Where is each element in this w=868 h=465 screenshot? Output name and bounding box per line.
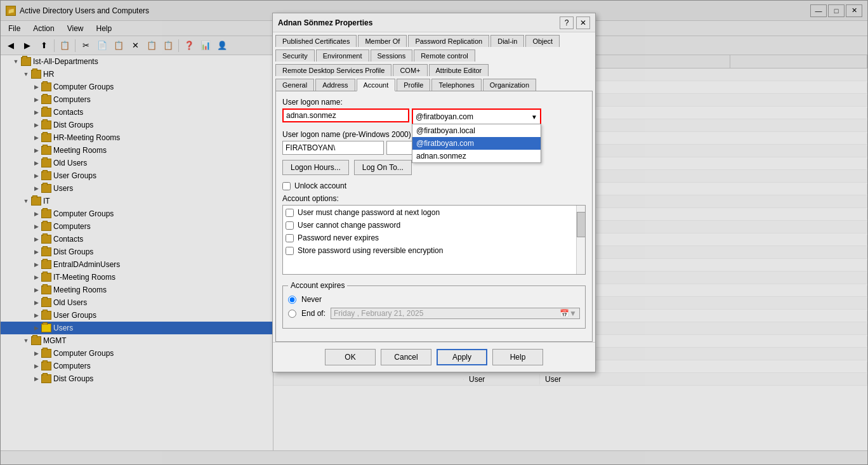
scrollbar-thumb[interactable] bbox=[577, 212, 586, 237]
unlock-account-checkbox[interactable] bbox=[282, 182, 291, 190]
expires-date-value: Friday , February 21, 2025 bbox=[334, 309, 423, 318]
tab-com-plus[interactable]: COM+ bbox=[393, 64, 427, 76]
scrollbar-track[interactable] bbox=[576, 206, 585, 274]
properties-dialog: Adnan Sönmez Properties ? ✕ Published Ce… bbox=[272, 13, 596, 372]
apply-button[interactable]: Apply bbox=[437, 349, 487, 365]
expires-endof-row: End of: Friday , February 21, 2025 📅▼ bbox=[288, 308, 580, 319]
help-button[interactable]: Help bbox=[492, 349, 543, 365]
unlock-account-label: Unlock account bbox=[294, 181, 346, 190]
opt-change-pw-row: User must change password at next logon bbox=[286, 208, 582, 217]
account-options-box[interactable]: User must change password at next logon … bbox=[282, 205, 586, 275]
account-expires-fieldset: Account expires Never End of: Friday , F… bbox=[282, 281, 586, 329]
dialog-help-icon[interactable]: ? bbox=[560, 16, 574, 29]
tabs-row-1: Published Certificates Member Of Passwor… bbox=[273, 32, 595, 47]
opt-pw-never-expires-checkbox[interactable] bbox=[286, 234, 294, 242]
account-options-label: Account options: bbox=[282, 194, 586, 203]
tab-profile[interactable]: Profile bbox=[397, 79, 430, 91]
user-logon-row: @firatboyan.com ▼ @firatboyan.local @fir… bbox=[282, 108, 586, 125]
tab-sessions[interactable]: Sessions bbox=[371, 49, 413, 62]
expires-endof-label: End of: bbox=[301, 309, 326, 318]
opt-store-pw-row: Store password using reversible encrypti… bbox=[286, 246, 582, 255]
tab-security[interactable]: Security bbox=[275, 49, 315, 62]
tab-telephones[interactable]: Telephones bbox=[431, 79, 481, 91]
tab-organization[interactable]: Organization bbox=[483, 79, 536, 91]
user-logon-input[interactable] bbox=[282, 108, 409, 122]
tab-account[interactable]: Account bbox=[357, 79, 396, 91]
tabs-row-3: Remote Desktop Services Profile COM+ Att… bbox=[273, 62, 595, 76]
tab-attribute-editor[interactable]: Attribute Editor bbox=[429, 64, 489, 76]
tab-environment[interactable]: Environment bbox=[316, 49, 369, 62]
dropdown-option-com[interactable]: @firatboyan.com bbox=[412, 137, 541, 150]
expires-never-label: Never bbox=[301, 295, 322, 304]
opt-pw-never-expires-row: Password never expires bbox=[286, 233, 582, 242]
tab-remote-desktop[interactable]: Remote Desktop Services Profile bbox=[275, 64, 391, 76]
tab-member-of[interactable]: Member Of bbox=[358, 35, 407, 47]
dialog-overlay: Adnan Sönmez Properties ? ✕ Published Ce… bbox=[0, 0, 868, 465]
log-on-to-button[interactable]: Log On To... bbox=[354, 160, 412, 175]
dropdown-option-local[interactable]: @firatboyan.local bbox=[412, 124, 541, 137]
logon-hours-button[interactable]: Logon Hours... bbox=[282, 160, 349, 175]
tabs-row-4: General Address Account Profile Telephon… bbox=[273, 76, 595, 91]
opt-pw-never-expires-label: Password never expires bbox=[298, 233, 379, 242]
tab-published-certs[interactable]: Published Certificates bbox=[275, 35, 357, 47]
dialog-close-button[interactable]: ✕ bbox=[576, 16, 590, 29]
dialog-title-controls: ? ✕ bbox=[560, 16, 590, 29]
tab-address[interactable]: Address bbox=[315, 79, 355, 91]
domain-dropdown-list: @firatboyan.local @firatboyan.com adnan.… bbox=[412, 124, 541, 163]
domain-dropdown-value: @firatboyan.com bbox=[416, 112, 473, 121]
dropdown-option-adnan[interactable]: adnan.sonmez bbox=[412, 150, 541, 162]
unlock-account-row: Unlock account bbox=[282, 181, 586, 190]
dropdown-arrow-icon: ▼ bbox=[531, 114, 537, 121]
opt-store-pw-label: Store password using reversible encrypti… bbox=[298, 246, 443, 255]
user-logon-label: User logon name: bbox=[282, 98, 586, 107]
opt-change-pw-label: User must change password at next logon bbox=[298, 208, 440, 217]
tab-remote-control[interactable]: Remote control bbox=[414, 49, 475, 62]
tab-general[interactable]: General bbox=[275, 79, 314, 91]
opt-store-pw-checkbox[interactable] bbox=[286, 247, 294, 255]
cancel-button[interactable]: Cancel bbox=[381, 349, 431, 365]
opt-change-pw-checkbox[interactable] bbox=[286, 209, 294, 217]
tabs-container: Published Certificates Member Of Passwor… bbox=[273, 32, 595, 91]
date-picker-icon[interactable]: 📅▼ bbox=[560, 309, 577, 318]
tab-dial-in[interactable]: Dial-in bbox=[490, 35, 524, 47]
tab-object[interactable]: Object bbox=[525, 35, 560, 47]
ok-button[interactable]: OK bbox=[325, 349, 376, 365]
account-expires-legend: Account expires bbox=[288, 281, 347, 290]
pre-win-domain-input[interactable] bbox=[282, 141, 384, 155]
opt-cannot-change-pw-label: User cannot change password bbox=[298, 221, 400, 230]
dialog-title-text: Adnan Sönmez Properties bbox=[278, 18, 372, 27]
tab-password-replication[interactable]: Password Replication bbox=[408, 35, 489, 47]
expires-never-row: Never bbox=[288, 295, 580, 304]
domain-dropdown[interactable]: @firatboyan.com ▼ @firatboyan.local @fir… bbox=[412, 108, 541, 125]
tabs-row-2: Security Environment Sessions Remote con… bbox=[273, 47, 595, 62]
domain-dropdown-button[interactable]: @firatboyan.com ▼ bbox=[413, 110, 540, 124]
opt-cannot-change-pw-checkbox[interactable] bbox=[286, 221, 294, 230]
dialog-buttons: OK Cancel Apply Help bbox=[273, 342, 595, 372]
opt-cannot-change-pw-row: User cannot change password bbox=[286, 221, 582, 230]
expires-endof-radio[interactable] bbox=[288, 310, 296, 318]
expires-never-radio[interactable] bbox=[288, 296, 296, 304]
expires-date-input[interactable]: Friday , February 21, 2025 📅▼ bbox=[331, 308, 580, 319]
dialog-title-bar: Adnan Sönmez Properties ? ✕ bbox=[273, 13, 595, 32]
tab-content: User logon name: @firatboyan.com ▼ @fira… bbox=[275, 91, 593, 342]
